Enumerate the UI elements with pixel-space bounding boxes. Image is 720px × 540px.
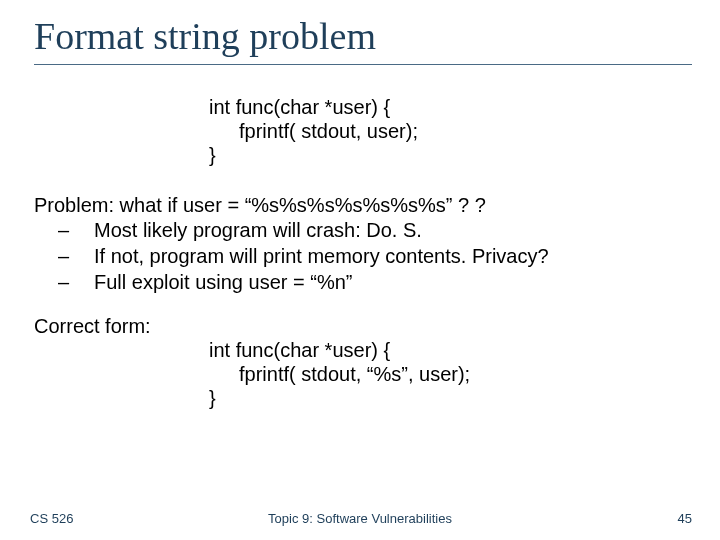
footer-topic: Topic 9: Software Vulnerabilities	[0, 511, 720, 526]
code-line: fprintf( stdout, “%s”, user);	[209, 362, 692, 386]
code-line: fprintf( stdout, user);	[209, 119, 692, 143]
slide: Format string problem int func(char *use…	[0, 0, 720, 540]
code-line: int func(char *user) {	[209, 338, 692, 362]
list-item: Most likely program will crash: Do. S.	[34, 218, 692, 244]
code-line: }	[209, 143, 692, 167]
list-item: Full exploit using user = “%n”	[34, 270, 692, 296]
title-underline	[34, 64, 692, 65]
footer-page-number: 45	[678, 511, 692, 526]
correct-form-label: Correct form:	[34, 315, 692, 338]
list-item: If not, program will print memory conten…	[34, 244, 692, 270]
code-block-vulnerable: int func(char *user) { fprintf( stdout, …	[209, 95, 692, 167]
problem-section: Problem: what if user = “%s%s%s%s%s%s%s”…	[34, 193, 692, 295]
code-line: int func(char *user) {	[209, 95, 692, 119]
problem-list: Most likely program will crash: Do. S. I…	[34, 218, 692, 295]
code-line: }	[209, 386, 692, 410]
code-block-correct: int func(char *user) { fprintf( stdout, …	[209, 338, 692, 410]
problem-intro: Problem: what if user = “%s%s%s%s%s%s%s”…	[34, 193, 692, 219]
slide-title: Format string problem	[34, 16, 692, 58]
